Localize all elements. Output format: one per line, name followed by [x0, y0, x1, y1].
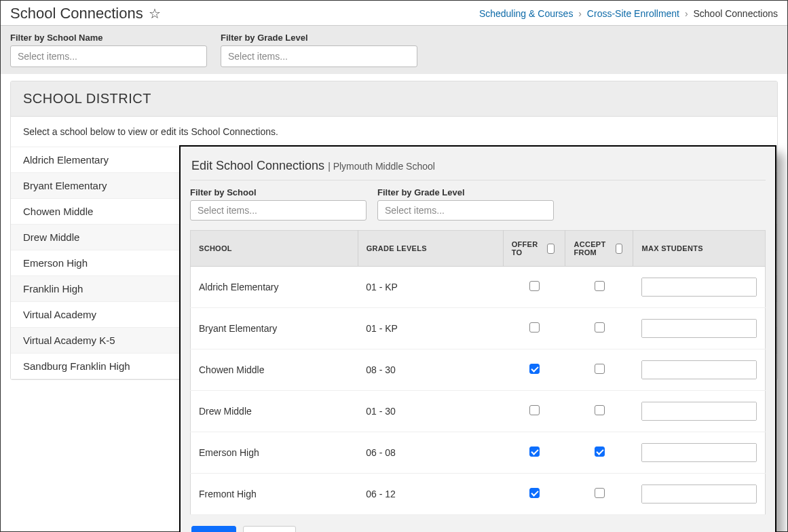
cell-max-students: ▲▼: [633, 267, 766, 308]
filter-school-name-label: Filter by School Name: [10, 33, 207, 43]
col-header-grade[interactable]: GRADE LEVELS: [358, 231, 503, 267]
cell-accept-from: [565, 349, 633, 391]
col-header-max[interactable]: MAX STUDENTS: [633, 231, 766, 267]
max-students-input[interactable]: [642, 402, 757, 420]
offer-to-checkbox[interactable]: [529, 322, 540, 332]
cell-grade-levels: 06 - 08: [358, 432, 503, 474]
table-row: Emerson High06 - 08▲▼: [191, 432, 766, 474]
max-students-stepper[interactable]: ▲▼: [641, 319, 757, 338]
breadcrumb-current: School Connections: [693, 8, 778, 19]
cell-max-students: ▲▼: [633, 349, 766, 391]
breadcrumb: Scheduling & Courses › Cross-Site Enroll…: [479, 8, 778, 19]
cell-grade-levels: 08 - 30: [358, 349, 503, 391]
table-row: Aldrich Elementary01 - KP▲▼: [191, 267, 766, 308]
cell-grade-levels: 01 - KP: [358, 308, 503, 349]
accept-from-all-checkbox[interactable]: [616, 244, 622, 254]
cell-offer-to: [503, 349, 565, 391]
modal-filter-school-input[interactable]: Select items...: [190, 200, 367, 221]
max-students-input[interactable]: [642, 361, 757, 379]
max-students-stepper[interactable]: ▲▼: [641, 484, 757, 504]
cell-max-students: ▲▼: [633, 432, 766, 474]
max-students-stepper[interactable]: ▲▼: [641, 402, 757, 421]
modal-filter-school-label: Filter by School: [190, 187, 367, 197]
table-row: Chowen Middle08 - 30▲▼: [191, 349, 766, 391]
save-button[interactable]: Save: [191, 526, 236, 532]
max-students-input[interactable]: [642, 444, 757, 461]
modal-filter-grade-label: Filter by Grade Level: [377, 187, 554, 197]
cell-offer-to: [503, 432, 565, 474]
cell-grade-levels: 06 - 12: [358, 474, 503, 515]
table-row: Drew Middle01 - 30▲▼: [191, 391, 766, 432]
cell-grade-levels: 01 - KP: [358, 267, 503, 308]
max-students-input[interactable]: [642, 485, 757, 503]
edit-school-connections-modal: Edit School Connections | Plymouth Middl…: [179, 145, 776, 532]
cell-school: Emerson High: [191, 432, 358, 474]
offer-to-checkbox[interactable]: [529, 488, 540, 498]
accept-from-checkbox[interactable]: [595, 364, 605, 374]
cell-accept-from: [565, 391, 633, 432]
offer-to-checkbox[interactable]: [529, 405, 540, 415]
cell-school: Chowen Middle: [191, 349, 358, 391]
cell-max-students: ▲▼: [633, 391, 766, 432]
offer-to-checkbox[interactable]: [529, 281, 540, 291]
cell-offer-to: [503, 391, 565, 432]
max-students-stepper[interactable]: ▲▼: [641, 360, 757, 379]
table-row: Fremont High06 - 12▲▼: [191, 474, 766, 515]
cell-school: Aldrich Elementary: [191, 267, 358, 308]
accept-from-checkbox[interactable]: [595, 322, 605, 332]
page-title-text: School Connections: [10, 5, 143, 22]
max-students-stepper[interactable]: ▲▼: [641, 278, 757, 297]
table-row: Bryant Elementary01 - KP▲▼: [191, 308, 766, 349]
offer-to-checkbox[interactable]: [529, 446, 540, 457]
offer-to-all-checkbox[interactable]: [547, 244, 555, 254]
max-students-input[interactable]: [642, 320, 757, 337]
cell-offer-to: [503, 267, 565, 308]
district-hint: Select a school below to view or edit it…: [11, 117, 777, 147]
cell-accept-from: [565, 474, 633, 515]
cell-school: Fremont High: [191, 474, 358, 515]
cell-grade-levels: 01 - 30: [358, 391, 503, 432]
cell-school: Drew Middle: [191, 391, 358, 432]
filter-grade-level-input[interactable]: Select items...: [221, 45, 417, 67]
chevron-right-icon: ›: [685, 8, 688, 19]
cell-accept-from: [565, 432, 633, 474]
accept-from-checkbox[interactable]: [595, 405, 605, 415]
chevron-right-icon: ›: [578, 8, 582, 19]
cell-max-students: ▲▼: [633, 474, 766, 515]
col-header-school[interactable]: SCHOOL: [191, 231, 358, 267]
cell-offer-to: [503, 308, 565, 349]
max-students-input[interactable]: [642, 278, 757, 296]
accept-from-checkbox[interactable]: [595, 446, 605, 457]
connections-table: SCHOOL GRADE LEVELS OFFER TO ACCEPT FROM: [190, 230, 766, 515]
cancel-button[interactable]: Cancel: [243, 526, 296, 532]
max-students-stepper[interactable]: ▲▼: [641, 443, 757, 462]
filters-bar: Filter by School Name Select items... Fi…: [1, 26, 787, 74]
cell-max-students: ▲▼: [633, 308, 766, 349]
breadcrumb-link-cross-site[interactable]: Cross-Site Enrollment: [587, 8, 679, 19]
breadcrumb-link-scheduling[interactable]: Scheduling & Courses: [479, 8, 574, 19]
star-icon[interactable]: ☆: [149, 5, 161, 22]
filter-grade-level-label: Filter by Grade Level: [221, 33, 417, 43]
district-title: SCHOOL DISTRICT: [11, 81, 777, 117]
accept-from-checkbox[interactable]: [595, 488, 605, 498]
offer-to-checkbox[interactable]: [529, 364, 540, 374]
modal-title: Edit School Connections | Plymouth Middl…: [190, 153, 766, 180]
modal-filter-grade-input[interactable]: Select items...: [377, 200, 554, 221]
filter-school-name-input[interactable]: Select items...: [10, 45, 207, 67]
col-header-offer: OFFER TO: [503, 231, 565, 267]
cell-accept-from: [565, 308, 633, 349]
accept-from-checkbox[interactable]: [595, 281, 605, 291]
cell-accept-from: [565, 267, 633, 308]
page-title: School Connections ☆: [10, 5, 161, 22]
cell-school: Bryant Elementary: [191, 308, 358, 349]
col-header-accept: ACCEPT FROM: [565, 231, 633, 267]
cell-offer-to: [503, 474, 565, 515]
